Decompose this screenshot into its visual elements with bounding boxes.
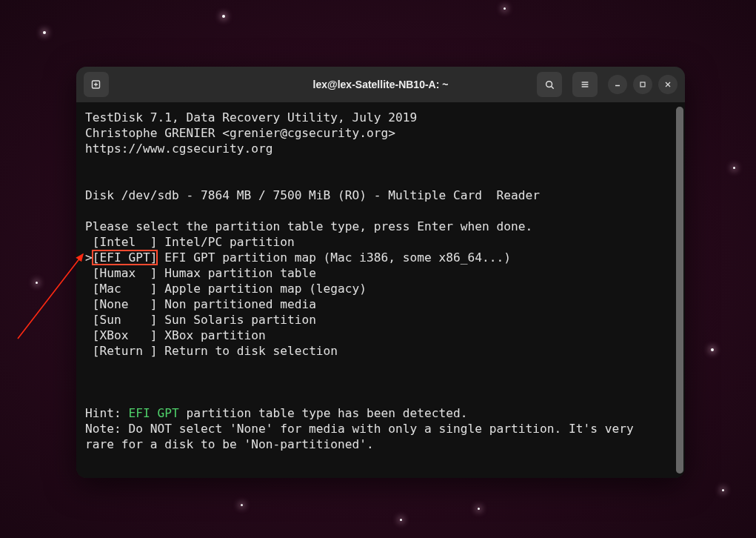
menu-item-return[interactable]: [Return ] Return to disk selection <box>85 344 338 358</box>
maximize-button[interactable] <box>633 75 652 94</box>
disk-info-line: Disk /dev/sdb - 7864 MB / 7500 MiB (RO) … <box>85 188 540 202</box>
menu-item-mac[interactable]: [Mac ] Apple partition map (legacy) <box>85 282 367 296</box>
testdisk-header-line: TestDisk 7.1, Data Recovery Utility, Jul… <box>85 110 417 124</box>
terminal-content[interactable]: TestDisk 7.1, Data Recovery Utility, Jul… <box>76 102 685 478</box>
window-title: lex@lex-Satellite-NB10-A: ~ <box>313 79 449 90</box>
menu-button[interactable] <box>572 72 598 97</box>
efi-gpt-highlight: [EFI GPT] <box>93 250 158 265</box>
hint-efi-text: EFI GPT <box>128 406 178 420</box>
new-tab-button[interactable] <box>84 72 109 97</box>
svg-line-4 <box>551 86 553 88</box>
menu-item-intel[interactable]: [Intel ] Intel/PC partition <box>85 235 295 249</box>
svg-point-3 <box>546 81 552 87</box>
testdisk-url-line: https://www.cgsecurity.org <box>85 142 272 156</box>
terminal-window: lex@lex-Satellite-NB10-A: ~ <box>76 67 685 478</box>
terminal-scrollbar[interactable] <box>676 107 683 474</box>
window-titlebar: lex@lex-Satellite-NB10-A: ~ <box>76 67 685 102</box>
minimize-button[interactable] <box>608 75 627 94</box>
testdisk-author-line: Christophe GRENIER <grenier@cgsecurity.o… <box>85 126 395 140</box>
svg-rect-9 <box>640 82 645 87</box>
menu-item-sun[interactable]: [Sun ] Sun Solaris partition <box>85 313 316 327</box>
terminal-scrollbar-thumb[interactable] <box>676 107 683 474</box>
close-button[interactable] <box>658 75 678 94</box>
select-prompt-line: Please select the partition table type, … <box>85 219 532 233</box>
search-button[interactable] <box>537 72 562 97</box>
menu-item-humax[interactable]: [Humax ] Humax partition table <box>85 266 316 280</box>
menu-item-efi-gpt[interactable]: >[EFI GPT] EFI GPT partition map (Mac i3… <box>85 250 511 265</box>
note-line-2: rare for a disk to be 'Non-partitioned'. <box>85 437 374 451</box>
note-line-1: Note: Do NOT select 'None' for media wit… <box>85 422 634 436</box>
menu-item-none[interactable]: [None ] Non partitioned media <box>85 297 316 311</box>
svg-line-13 <box>18 254 83 339</box>
hint-line: Hint: EFI GPT partition table type has b… <box>85 406 468 420</box>
menu-item-xbox[interactable]: [XBox ] XBox partition <box>85 328 266 342</box>
